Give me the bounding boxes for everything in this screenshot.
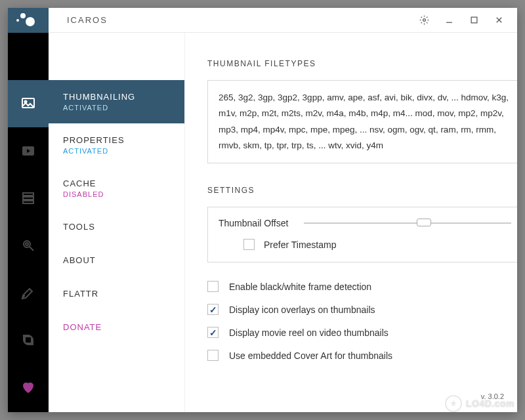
prefer-timestamp-checkbox[interactable]	[243, 239, 255, 250]
menu-item-tools[interactable]: TOOLS	[49, 210, 184, 243]
sidebar-icon-flattr[interactable]	[8, 316, 49, 364]
menu-label: CACHE	[63, 178, 170, 188]
watermark: LO4D.com	[445, 395, 514, 412]
content-pane: THUMBNAIL FILETYPES 265, 3g2, 3gp, 3gp2,…	[185, 33, 517, 412]
menu-status: DISABLED	[63, 190, 170, 198]
menu-column: THUMBNAILING ACTIVATED PROPERTIES ACTIVA…	[49, 33, 185, 412]
filetypes-heading: THUMBNAIL FILETYPES	[207, 59, 517, 68]
menu-label: TOOLS	[63, 222, 170, 232]
menu-item-donate[interactable]: DONATE	[49, 310, 184, 344]
menu-label: ABOUT	[63, 255, 170, 265]
prefer-timestamp-label: Prefer Timestamp	[264, 240, 336, 250]
settings-panel: Thumbnail Offset Prefer Timestamp	[207, 207, 517, 262]
menu-label: PROPERTIES	[63, 135, 170, 145]
svg-point-13	[26, 243, 28, 245]
menu-item-flattr[interactable]: FLATTR	[49, 277, 184, 310]
settings-heading: SETTINGS	[207, 186, 517, 195]
titlebar: ICAROS	[8, 8, 517, 33]
svg-point-12	[24, 241, 30, 247]
slider-thumb[interactable]	[417, 219, 431, 226]
overlays-label: Display icon overlays on thumbnails	[229, 304, 375, 315]
menu-item-cache[interactable]: CACHE DISABLED	[49, 167, 184, 210]
sidebar-icon-thumbnailing[interactable]	[8, 80, 49, 127]
menu-status: ACTIVATED	[63, 147, 170, 155]
app-window: ICAROS	[8, 8, 517, 412]
sidebar-icon-tools[interactable]	[8, 222, 49, 269]
svg-rect-9	[23, 193, 33, 196]
window-controls	[417, 14, 517, 27]
menu-item-properties[interactable]: PROPERTIES ACTIVATED	[49, 123, 184, 167]
svg-point-0	[423, 19, 425, 22]
svg-rect-2	[471, 17, 477, 23]
minimize-button[interactable]	[442, 14, 455, 27]
coverart-label: Use embedded Cover Art for thumbnails	[229, 350, 392, 361]
svg-rect-10	[23, 197, 33, 200]
maximize-button[interactable]	[467, 14, 480, 27]
menu-item-about[interactable]: ABOUT	[49, 243, 184, 277]
svg-line-14	[30, 247, 33, 251]
bwframe-label: Enable black/white frame detection	[229, 282, 371, 292]
settings-gear-icon[interactable]	[417, 14, 430, 27]
bwframe-checkbox[interactable]	[207, 281, 219, 292]
sidebar-icon-donate[interactable]	[8, 364, 49, 411]
watermark-icon	[445, 395, 462, 412]
check-row-overlays: Display icon overlays on thumbnails	[207, 304, 517, 315]
menu-status: ACTIVATED	[63, 104, 170, 112]
close-button[interactable]	[492, 14, 505, 27]
app-title: ICAROS	[67, 15, 108, 25]
menu-label: THUMBNAILING	[63, 92, 170, 102]
watermark-text: LO4D.com	[466, 398, 514, 409]
moviereel-checkbox[interactable]	[207, 327, 219, 338]
menu-item-thumbnailing[interactable]: THUMBNAILING ACTIVATED	[49, 80, 184, 123]
moviereel-label: Display movie reel on video thumbnails	[229, 327, 388, 338]
app-logo	[8, 8, 49, 33]
svg-rect-11	[23, 201, 33, 203]
icon-sidebar	[8, 33, 49, 412]
menu-label: DONATE	[63, 322, 170, 332]
thumbnail-offset-slider[interactable]	[304, 219, 511, 228]
offset-label: Thumbnail Offset	[219, 218, 288, 228]
coverart-checkbox[interactable]	[207, 350, 219, 361]
menu-label: FLATTR	[63, 289, 170, 299]
overlays-checkbox[interactable]	[207, 304, 219, 315]
check-row-bwframe: Enable black/white frame detection	[207, 281, 517, 292]
sidebar-icon-about[interactable]	[8, 269, 49, 316]
sidebar-icon-cache[interactable]	[8, 175, 49, 222]
sidebar-icon-properties[interactable]	[8, 127, 49, 175]
check-row-moviereel: Display movie reel on video thumbnails	[207, 327, 517, 338]
filetypes-textbox[interactable]: 265, 3g2, 3gp, 3gp2, 3gpp, amv, ape, asf…	[207, 80, 517, 163]
check-row-coverart: Use embedded Cover Art for thumbnails	[207, 350, 517, 361]
